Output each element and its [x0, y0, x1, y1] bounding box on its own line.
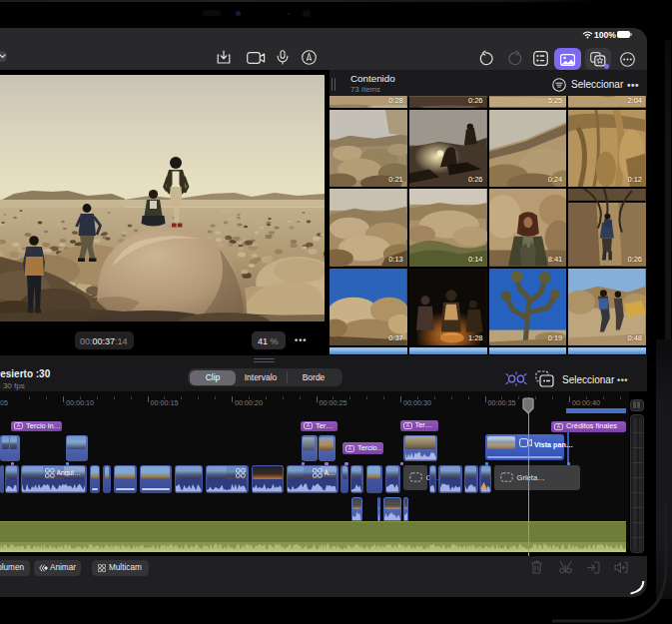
svg-text:A: A: [348, 445, 352, 451]
svg-text:A: A: [405, 422, 409, 428]
svg-text:A: A: [307, 423, 311, 429]
svg-text:A: A: [557, 423, 561, 429]
svg-text:A: A: [17, 423, 21, 429]
